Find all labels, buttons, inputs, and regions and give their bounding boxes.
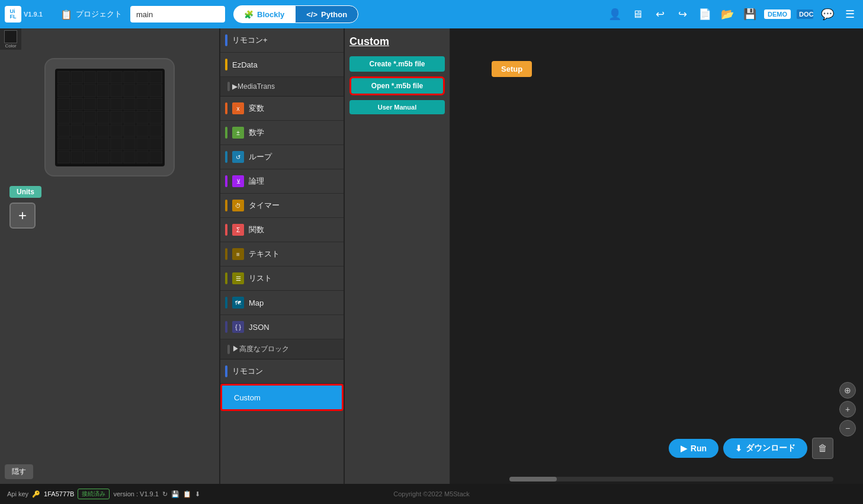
refresh-icon[interactable]: ↻ <box>162 490 168 498</box>
undo-icon[interactable]: ↩ <box>652 8 668 21</box>
sidebar-label-text: テキスト <box>249 249 280 259</box>
screen-cell <box>70 84 83 97</box>
sidebar-item-map[interactable]: 🗺Map <box>220 291 344 315</box>
monitor-icon[interactable]: 🖥 <box>629 8 646 21</box>
screen-cell <box>57 151 70 164</box>
screen-cell <box>110 84 123 97</box>
setup-block[interactable]: Setup <box>492 61 532 77</box>
header-right-icons: 👤 🖥 ↩ ↪ 📄 📂 💾 DEMO DOC 💬 ☰ <box>607 8 858 21</box>
canvas-area[interactable]: Setup ⊕ + − ▶ Run ⬇ ダウンロード 🗑 <box>450 28 863 484</box>
screen-cell <box>57 137 70 150</box>
loop-icon: ↺ <box>232 151 244 163</box>
sidebar-item-timer[interactable]: ⏱タイマー <box>220 194 344 218</box>
tab-blockly[interactable]: 🧩 Blockly <box>233 5 295 23</box>
sidebar-item-logic[interactable]: ⊻論理 <box>220 169 344 194</box>
screen-cell <box>84 71 96 84</box>
open-m5b-button[interactable]: Open *.m5b file <box>349 76 445 95</box>
project-icon: 📋 <box>60 9 72 20</box>
scrollbar-thumb[interactable] <box>509 477 557 481</box>
hide-button[interactable]: 隠す <box>5 464 33 479</box>
screen-cell <box>110 137 123 150</box>
units-section: Units + <box>0 181 219 233</box>
doc-icon[interactable]: DOC <box>797 9 813 19</box>
sidebar-item-ezdata[interactable]: EzData <box>220 53 344 77</box>
screen-cell <box>70 111 83 124</box>
screen-cell <box>57 124 70 137</box>
screen-cell <box>57 84 70 97</box>
math-icon: ± <box>232 127 244 139</box>
chat-icon[interactable]: 💬 <box>819 8 836 21</box>
mode-tabs: 🧩 Blockly </> Python <box>233 5 358 23</box>
screen-cell <box>84 98 96 111</box>
file-icon-bottom[interactable]: 📋 <box>183 490 191 498</box>
sidebar-item-list[interactable]: ☰リスト <box>220 267 344 291</box>
sidebar-item-loop[interactable]: ↺ループ <box>220 145 344 169</box>
screen-cell <box>84 151 96 164</box>
screen-cell <box>149 84 162 97</box>
redo-icon[interactable]: ↪ <box>674 8 691 21</box>
screen-cell <box>57 98 70 111</box>
screen-cell <box>123 111 136 124</box>
app-logo: UiFL V1.9.1 <box>5 6 52 23</box>
run-icon: ▶ <box>681 444 687 453</box>
screen-cell <box>97 71 109 84</box>
save-icon-bottom[interactable]: 💾 <box>171 490 179 498</box>
sidebar-item-json[interactable]: { }JSON <box>220 315 344 339</box>
screen-cell <box>110 98 123 111</box>
screen-cell <box>123 71 136 84</box>
sidebar-item-remote[interactable]: リモコン <box>220 359 344 384</box>
sidebar-item-text[interactable]: ≡テキスト <box>220 242 344 267</box>
download-button[interactable]: ⬇ ダウンロード <box>723 438 807 458</box>
run-button[interactable]: ▶ Run <box>669 439 718 458</box>
connected-badge: 接続済み <box>78 489 110 499</box>
sidebar-item-function[interactable]: Σ関数 <box>220 218 344 242</box>
screen-cell <box>70 124 83 137</box>
zoom-controls: ⊕ + − <box>839 382 856 436</box>
menu-icon[interactable]: ☰ <box>842 8 858 21</box>
api-key-value: 1FA5777B <box>44 490 74 497</box>
project-name-input[interactable] <box>130 6 225 23</box>
zoom-in-button[interactable]: + <box>839 401 856 418</box>
screen-cell <box>70 137 83 150</box>
zoom-center-button[interactable]: ⊕ <box>839 382 856 399</box>
custom-panel: Custom Create *.m5b file Open *.m5b file… <box>344 28 450 484</box>
sidebar-group-mediatrans[interactable]: ▶MediaTrans <box>220 77 344 97</box>
tab-python[interactable]: </> Python <box>295 5 358 23</box>
create-m5b-button[interactable]: Create *.m5b file <box>349 56 445 72</box>
new-file-icon[interactable]: 📄 <box>697 8 713 21</box>
zoom-out-button[interactable]: − <box>839 420 856 436</box>
screen-cell <box>97 137 109 150</box>
sidebar-item-custom[interactable]: Custom <box>220 384 344 411</box>
sidebar-label-math: 数学 <box>249 127 264 138</box>
sidebar-item-variables[interactable]: x変数 <box>220 97 344 121</box>
sidebar-label-loop: ループ <box>249 152 272 162</box>
project-label: プロジェクト <box>76 9 122 20</box>
open-file-icon[interactable]: 📂 <box>719 8 736 21</box>
sidebar-item-remote-plus[interactable]: リモコン+ <box>220 28 344 53</box>
demo-badge[interactable]: DEMO <box>764 9 791 19</box>
color-swatch[interactable]: Color <box>0 28 21 50</box>
user-icon[interactable]: 👤 <box>607 8 623 21</box>
user-manual-button[interactable]: User Manual <box>349 100 445 114</box>
list-icon: ☰ <box>232 272 244 284</box>
project-section: 📋 プロジェクト <box>56 9 127 20</box>
screen-cell <box>57 111 70 124</box>
screen-cell <box>110 124 123 137</box>
save-file-icon[interactable]: 💾 <box>742 8 758 21</box>
download-icon-bottom[interactable]: ⬇ <box>195 490 200 498</box>
screen-cell <box>97 111 109 124</box>
bottom-bar: Api key 🔑 1FA5777B 接続済み version : V1.9.1… <box>0 484 863 504</box>
color-box <box>4 30 17 43</box>
horizontal-scrollbar[interactable] <box>509 477 833 481</box>
sidebar-item-math[interactable]: ±数学 <box>220 121 344 145</box>
logo-box: UiFL <box>5 6 21 23</box>
function-icon: Σ <box>232 224 244 236</box>
screen-cell <box>84 124 96 137</box>
sidebar-group-advanced[interactable]: ▶高度なブロック <box>220 339 344 359</box>
add-unit-button[interactable]: + <box>9 203 36 229</box>
trash-button[interactable]: 🗑 <box>812 438 833 459</box>
screen-cell <box>149 151 162 164</box>
api-key-section: Api key 🔑 1FA5777B 接続済み version : V1.9.1… <box>7 489 200 499</box>
screen-cell <box>149 71 162 84</box>
screen-cell <box>97 124 109 137</box>
